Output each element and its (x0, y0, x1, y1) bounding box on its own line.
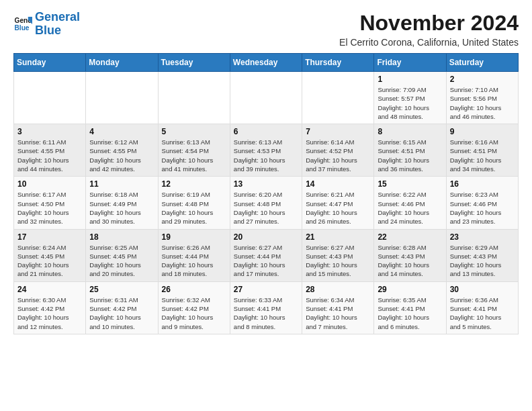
day-info: Sunrise: 6:34 AM Sunset: 4:41 PM Dayligh… (306, 295, 370, 331)
calendar-cell: 13Sunrise: 6:20 AM Sunset: 4:48 PM Dayli… (230, 177, 302, 229)
calendar-cell: 14Sunrise: 6:21 AM Sunset: 4:47 PM Dayli… (302, 177, 374, 229)
calendar-cell: 28Sunrise: 6:34 AM Sunset: 4:41 PM Dayli… (302, 281, 374, 334)
month-title: November 2024 (339, 11, 519, 36)
calendar-week-row: 3Sunrise: 6:11 AM Sunset: 4:55 PM Daylig… (14, 124, 519, 177)
day-number: 11 (89, 179, 154, 189)
day-number: 28 (306, 285, 370, 294)
weekday-header-tuesday: Tuesday (158, 54, 230, 72)
day-info: Sunrise: 6:21 AM Sunset: 4:47 PM Dayligh… (306, 190, 370, 226)
calendar-cell (302, 72, 374, 124)
calendar-cell: 9Sunrise: 6:16 AM Sunset: 4:51 PM Daylig… (446, 124, 518, 177)
day-number: 10 (17, 179, 82, 189)
title-block: November 2024 El Cerrito Corona, Califor… (339, 11, 519, 48)
calendar-table: SundayMondayTuesdayWednesdayThursdayFrid… (13, 53, 519, 334)
day-number: 18 (89, 232, 154, 242)
calendar-week-row: 17Sunrise: 6:24 AM Sunset: 4:45 PM Dayli… (14, 229, 519, 281)
day-info: Sunrise: 6:13 AM Sunset: 4:54 PM Dayligh… (162, 138, 226, 173)
day-number: 5 (162, 127, 226, 136)
weekday-header-wednesday: Wednesday (230, 54, 302, 72)
logo-line1: General (35, 10, 80, 24)
weekday-header-thursday: Thursday (302, 54, 374, 72)
calendar-week-row: 1Sunrise: 7:09 AM Sunset: 5:57 PM Daylig… (14, 72, 519, 124)
calendar-cell: 24Sunrise: 6:30 AM Sunset: 4:42 PM Dayli… (14, 281, 86, 334)
calendar-cell (14, 72, 86, 124)
day-number: 15 (378, 179, 442, 189)
calendar-cell (86, 72, 158, 124)
calendar-cell: 29Sunrise: 6:35 AM Sunset: 4:41 PM Dayli… (374, 281, 446, 334)
day-info: Sunrise: 6:25 AM Sunset: 4:45 PM Dayligh… (89, 243, 154, 279)
general-blue-icon: General Blue (13, 15, 32, 34)
calendar-cell (158, 72, 230, 124)
calendar-cell: 18Sunrise: 6:25 AM Sunset: 4:45 PM Dayli… (86, 229, 158, 281)
calendar-cell (230, 72, 302, 124)
day-info: Sunrise: 6:31 AM Sunset: 4:42 PM Dayligh… (89, 295, 154, 331)
day-info: Sunrise: 6:30 AM Sunset: 4:42 PM Dayligh… (17, 295, 82, 331)
day-number: 30 (450, 285, 515, 294)
day-number: 25 (89, 285, 154, 294)
day-info: Sunrise: 6:17 AM Sunset: 4:50 PM Dayligh… (17, 190, 82, 226)
calendar-cell: 3Sunrise: 6:11 AM Sunset: 4:55 PM Daylig… (14, 124, 86, 177)
day-info: Sunrise: 6:28 AM Sunset: 4:43 PM Dayligh… (378, 243, 442, 279)
day-number: 8 (378, 127, 442, 136)
calendar-cell: 21Sunrise: 6:27 AM Sunset: 4:43 PM Dayli… (302, 229, 374, 281)
day-info: Sunrise: 6:27 AM Sunset: 4:43 PM Dayligh… (306, 243, 370, 279)
weekday-header-monday: Monday (86, 54, 158, 72)
day-info: Sunrise: 6:16 AM Sunset: 4:51 PM Dayligh… (450, 138, 515, 173)
day-number: 12 (162, 179, 226, 189)
day-number: 16 (450, 179, 515, 189)
day-info: Sunrise: 6:15 AM Sunset: 4:51 PM Dayligh… (378, 138, 442, 173)
day-number: 23 (450, 232, 515, 242)
calendar-cell: 10Sunrise: 6:17 AM Sunset: 4:50 PM Dayli… (14, 177, 86, 229)
calendar-cell: 8Sunrise: 6:15 AM Sunset: 4:51 PM Daylig… (374, 124, 446, 177)
calendar-cell: 4Sunrise: 6:12 AM Sunset: 4:55 PM Daylig… (86, 124, 158, 177)
day-number: 6 (234, 127, 298, 136)
calendar-cell: 2Sunrise: 7:10 AM Sunset: 5:56 PM Daylig… (446, 72, 518, 124)
calendar-week-row: 10Sunrise: 6:17 AM Sunset: 4:50 PM Dayli… (14, 177, 519, 229)
calendar-cell: 17Sunrise: 6:24 AM Sunset: 4:45 PM Dayli… (14, 229, 86, 281)
day-number: 27 (234, 285, 298, 294)
calendar-cell: 30Sunrise: 6:36 AM Sunset: 4:41 PM Dayli… (446, 281, 518, 334)
calendar-week-row: 24Sunrise: 6:30 AM Sunset: 4:42 PM Dayli… (14, 281, 519, 334)
day-info: Sunrise: 6:18 AM Sunset: 4:49 PM Dayligh… (89, 190, 154, 226)
day-number: 9 (450, 127, 515, 136)
day-number: 4 (89, 127, 154, 136)
day-number: 22 (378, 232, 442, 242)
day-info: Sunrise: 6:13 AM Sunset: 4:53 PM Dayligh… (234, 138, 298, 173)
day-info: Sunrise: 6:32 AM Sunset: 4:42 PM Dayligh… (162, 295, 226, 331)
day-number: 26 (162, 285, 226, 294)
svg-text:Blue: Blue (15, 24, 30, 32)
calendar-cell: 20Sunrise: 6:27 AM Sunset: 4:44 PM Dayli… (230, 229, 302, 281)
day-info: Sunrise: 6:23 AM Sunset: 4:46 PM Dayligh… (450, 190, 515, 226)
day-info: Sunrise: 6:26 AM Sunset: 4:44 PM Dayligh… (162, 243, 226, 279)
weekday-header-saturday: Saturday (446, 54, 518, 72)
calendar-cell: 23Sunrise: 6:29 AM Sunset: 4:43 PM Dayli… (446, 229, 518, 281)
day-info: Sunrise: 6:33 AM Sunset: 4:41 PM Dayligh… (234, 295, 298, 331)
day-info: Sunrise: 6:22 AM Sunset: 4:46 PM Dayligh… (378, 190, 442, 226)
logo-text: General Blue (35, 11, 80, 38)
calendar-cell: 12Sunrise: 6:19 AM Sunset: 4:48 PM Dayli… (158, 177, 230, 229)
day-number: 13 (234, 179, 298, 189)
day-number: 17 (17, 232, 82, 242)
header-area: General Blue General Blue November 2024 … (13, 11, 519, 48)
day-info: Sunrise: 6:19 AM Sunset: 4:48 PM Dayligh… (162, 190, 226, 226)
calendar-cell: 26Sunrise: 6:32 AM Sunset: 4:42 PM Dayli… (158, 281, 230, 334)
day-info: Sunrise: 6:11 AM Sunset: 4:55 PM Dayligh… (17, 138, 82, 173)
day-info: Sunrise: 7:10 AM Sunset: 5:56 PM Dayligh… (450, 85, 515, 121)
calendar-cell: 5Sunrise: 6:13 AM Sunset: 4:54 PM Daylig… (158, 124, 230, 177)
day-info: Sunrise: 6:29 AM Sunset: 4:43 PM Dayligh… (450, 243, 515, 279)
day-number: 1 (378, 75, 442, 84)
weekday-header-sunday: Sunday (14, 54, 86, 72)
calendar-cell: 7Sunrise: 6:14 AM Sunset: 4:52 PM Daylig… (302, 124, 374, 177)
calendar-cell: 22Sunrise: 6:28 AM Sunset: 4:43 PM Dayli… (374, 229, 446, 281)
logo: General Blue General Blue (13, 11, 80, 38)
day-number: 29 (378, 285, 442, 294)
weekday-header-row: SundayMondayTuesdayWednesdayThursdayFrid… (14, 54, 519, 72)
calendar-body: 1Sunrise: 7:09 AM Sunset: 5:57 PM Daylig… (14, 72, 519, 334)
day-info: Sunrise: 6:27 AM Sunset: 4:44 PM Dayligh… (234, 243, 298, 279)
day-number: 7 (306, 127, 370, 136)
day-info: Sunrise: 6:24 AM Sunset: 4:45 PM Dayligh… (17, 243, 82, 279)
calendar-cell: 27Sunrise: 6:33 AM Sunset: 4:41 PM Dayli… (230, 281, 302, 334)
day-info: Sunrise: 6:20 AM Sunset: 4:48 PM Dayligh… (234, 190, 298, 226)
day-number: 14 (306, 179, 370, 189)
day-info: Sunrise: 6:36 AM Sunset: 4:41 PM Dayligh… (450, 295, 515, 331)
